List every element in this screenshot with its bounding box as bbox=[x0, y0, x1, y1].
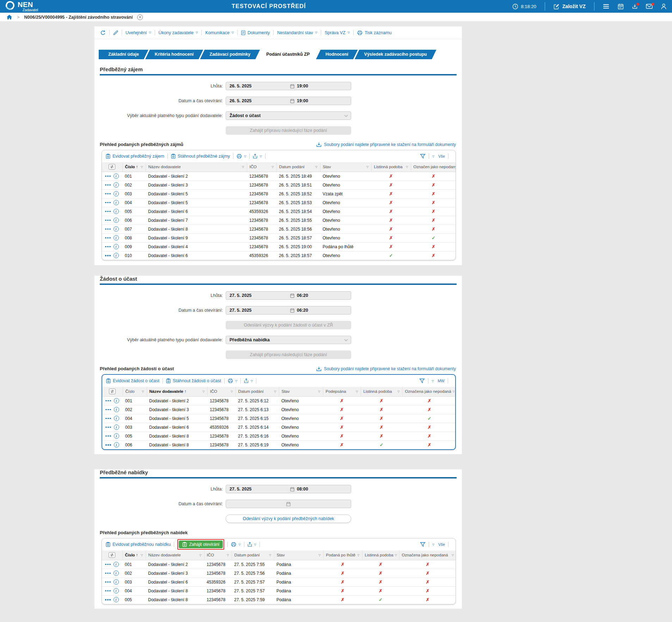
print-button[interactable]: ▽ bbox=[231, 542, 240, 547]
filter-caret-icon[interactable]: ▽ bbox=[395, 554, 397, 557]
column-header-i-o[interactable]: IČO▽ bbox=[207, 387, 236, 396]
tab-hodnocen-[interactable]: Hodnocení bbox=[316, 50, 358, 59]
toolbar-item-spr-va-vz[interactable]: Správa VZ▽ bbox=[325, 30, 350, 35]
predbezne-zajmy-row[interactable]: i004Dodavatel - školení 51234567826. 5. … bbox=[102, 198, 456, 207]
filter-caret-icon[interactable]: ▽ bbox=[199, 554, 201, 557]
toolbar-item-tisk-z-znamu[interactable]: Tisk záznamu bbox=[357, 30, 392, 35]
predbezne-zajmy-row[interactable]: i005Dodavatel - školení 64535932626. 5. … bbox=[102, 207, 456, 216]
predbezne-nabidky-row[interactable]: i002Dodavatel - školení 31234567827. 5. … bbox=[102, 569, 456, 578]
messages-button[interactable] bbox=[646, 4, 653, 9]
column-header--slo[interactable]: Číslo ↑▽ bbox=[122, 550, 146, 560]
filter-funnel-icon[interactable] bbox=[419, 378, 425, 383]
zahajit-otevirani-button[interactable]: Zahájit otevírání bbox=[179, 541, 223, 548]
nen-logo[interactable]: NEN Zadavatel bbox=[6, 1, 38, 12]
tab-v-sledek-zad-vac-ho-postupu[interactable]: Výsledek zadávacího postupu bbox=[355, 50, 436, 59]
create-vz-button[interactable]: Založit VZ bbox=[554, 4, 586, 10]
column-header--slo[interactable]: Číslo ↑▽ bbox=[122, 162, 146, 172]
filter-caret-icon[interactable]: ▽ bbox=[315, 165, 317, 169]
filter-caret-icon[interactable]: ▽ bbox=[242, 165, 244, 169]
row-menu-icon[interactable] bbox=[105, 400, 111, 402]
column-header-listinn-podoba[interactable]: Listinná podoba▽ bbox=[362, 550, 399, 560]
predbezne-zajmy-row[interactable]: i010Dodavatel - školení 64535932626. 5. … bbox=[102, 251, 456, 260]
calendar-button[interactable] bbox=[618, 4, 624, 10]
filter-caret-icon[interactable]: ▽ bbox=[141, 554, 143, 557]
lhuta-field[interactable]: 27. 5. 2025 08:00 bbox=[226, 485, 351, 493]
export-button[interactable]: ▽ bbox=[248, 542, 256, 547]
zadosti-o-ucast-row[interactable]: i003Dodavatel - školení 64535932627. 5. … bbox=[102, 423, 456, 432]
predbezne-zajmy-row[interactable]: i001Dodavatel - školení 21234567826. 5. … bbox=[102, 172, 456, 181]
column-header-stav[interactable]: Stav▽ bbox=[274, 550, 323, 560]
predbezne-nabidky-row[interactable]: i005Dodavatel - školení 81234567827. 5. … bbox=[102, 595, 456, 604]
predbezne-nabidky-row[interactable]: i004Dodavatel - školení 81234567827. 5. … bbox=[102, 586, 456, 595]
filter-caret-icon[interactable]: ▽ bbox=[202, 390, 204, 393]
predbezne-zajmy-row[interactable]: i002Dodavatel - školení 31234567826. 5. … bbox=[102, 181, 456, 189]
filter-caret-icon[interactable]: ▽ bbox=[227, 554, 229, 557]
info-icon[interactable]: i bbox=[114, 588, 119, 593]
info-icon[interactable]: i bbox=[114, 597, 119, 602]
row-menu-icon[interactable] bbox=[105, 435, 111, 437]
menu-button[interactable] bbox=[603, 4, 609, 9]
column-chooser-icon[interactable] bbox=[109, 389, 116, 394]
predbezne-zajmy-row[interactable]: i003Dodavatel - školení 51234567826. 5. … bbox=[102, 189, 456, 198]
otevirani-field-empty[interactable] bbox=[226, 500, 351, 508]
edit-record-button[interactable] bbox=[113, 30, 118, 35]
row-menu-icon[interactable] bbox=[105, 409, 111, 410]
info-icon[interactable]: i bbox=[114, 425, 119, 430]
column-header-podan-po-lh-t-[interactable]: Podaná po lhůtě▽ bbox=[323, 550, 362, 560]
export-button[interactable]: ▽ bbox=[253, 154, 262, 159]
column-header-stav[interactable]: Stav▽ bbox=[279, 387, 323, 396]
table-action-evidovat-p-edb-n-z-jem[interactable]: Evidovat předběžný zájem bbox=[106, 154, 164, 159]
info-icon[interactable]: i bbox=[114, 226, 119, 232]
column-header-i-o[interactable]: IČO▽ bbox=[247, 162, 276, 172]
filter-caret-icon[interactable]: ▽ bbox=[271, 165, 274, 169]
predbezne-zajmy-row[interactable]: i006Dodavatel - školení 71234567826. 5. … bbox=[102, 216, 456, 225]
column-chooser-icon[interactable] bbox=[109, 552, 115, 558]
odeslani-vyzvy-button[interactable]: Odeslání výzvy k podání předběžných nabí… bbox=[226, 514, 351, 523]
info-icon[interactable]: i bbox=[114, 235, 119, 240]
column-header-stav[interactable]: Stav▽ bbox=[320, 162, 371, 172]
table-action-evidovat-dost-o-ast[interactable]: Evidovat žádost o účast bbox=[106, 378, 159, 383]
row-menu-icon[interactable] bbox=[105, 418, 111, 419]
predbezne-zajmy-row[interactable]: i009Dodavatel - školení 41234567826. 5. … bbox=[102, 242, 456, 251]
toolbar-item-komunikace[interactable]: Komunikace▽ bbox=[205, 30, 234, 35]
download-submissions-link[interactable]: Soubory podání najdete připravené ke sta… bbox=[316, 142, 456, 147]
info-icon[interactable]: i bbox=[114, 218, 119, 223]
lhuta-field[interactable]: 27. 5. 2025 06:20 bbox=[226, 291, 351, 300]
filter-funnel-icon[interactable] bbox=[420, 542, 426, 547]
filter-caret-icon[interactable]: ▽ bbox=[141, 165, 143, 169]
table-action-st-hnout-p-edb-n-z-jmy[interactable]: Stáhnout předběžné zájmy bbox=[171, 154, 230, 159]
row-menu-icon[interactable] bbox=[105, 427, 111, 428]
print-button[interactable]: ▽ bbox=[237, 154, 246, 159]
filter-caret-icon[interactable]: ▽ bbox=[231, 390, 233, 393]
info-icon[interactable]: i bbox=[114, 407, 119, 412]
info-icon[interactable]: i bbox=[114, 416, 119, 421]
odeslani-vyzvy-button[interactable]: Odeslání výzvy k podání žádosti o účast … bbox=[226, 321, 351, 329]
filter-caret-icon[interactable]: ▽ bbox=[142, 390, 144, 393]
row-menu-icon[interactable] bbox=[105, 444, 111, 446]
tab-krit-ria-hodnocen-[interactable]: Kritéria hodnocení bbox=[145, 50, 203, 59]
profile-button[interactable] bbox=[661, 4, 666, 10]
predbezne-zajmy-row[interactable]: i008Dodavatel - školení 91234567826. 5. … bbox=[102, 233, 456, 242]
row-menu-icon[interactable] bbox=[105, 246, 111, 248]
zadosti-o-ucast-row[interactable]: i001Dodavatel - školení 21234567827. 5. … bbox=[102, 396, 456, 405]
row-menu-icon[interactable] bbox=[105, 573, 111, 574]
info-icon[interactable]: i bbox=[114, 398, 119, 403]
download-submissions-link[interactable]: Soubory podání najdete připravené ke sta… bbox=[316, 366, 456, 371]
zadosti-o-ucast-row[interactable]: i002Dodavatel - školení 31234567827. 5. … bbox=[102, 405, 456, 414]
row-menu-icon[interactable] bbox=[105, 184, 111, 186]
info-icon[interactable]: i bbox=[114, 442, 119, 447]
filter-preset-selector[interactable]: ▽MW bbox=[432, 379, 445, 383]
filter-caret-icon[interactable]: ▽ bbox=[356, 390, 358, 393]
close-icon[interactable]: ✕ bbox=[137, 14, 143, 20]
filter-caret-icon[interactable]: ▽ bbox=[318, 390, 320, 393]
info-icon[interactable]: i bbox=[114, 191, 119, 196]
predbezne-nabidky-row[interactable]: i003Dodavatel - školení 64535932627. 5. … bbox=[102, 578, 456, 586]
info-icon[interactable]: i bbox=[114, 244, 119, 249]
zadosti-o-ucast-row[interactable]: i004Dodavatel - školení 51234567827. 5. … bbox=[102, 414, 456, 423]
filter-caret-icon[interactable]: ▽ bbox=[453, 390, 455, 393]
row-menu-icon[interactable] bbox=[105, 228, 111, 230]
otevirani-field[interactable]: 27. 5. 2025 06:20 bbox=[226, 306, 351, 315]
column-header-listinn-podoba[interactable]: Listinná podoba▽ bbox=[361, 387, 402, 396]
print-button[interactable]: ▽ bbox=[228, 378, 237, 383]
export-button[interactable]: ▽ bbox=[244, 378, 253, 383]
